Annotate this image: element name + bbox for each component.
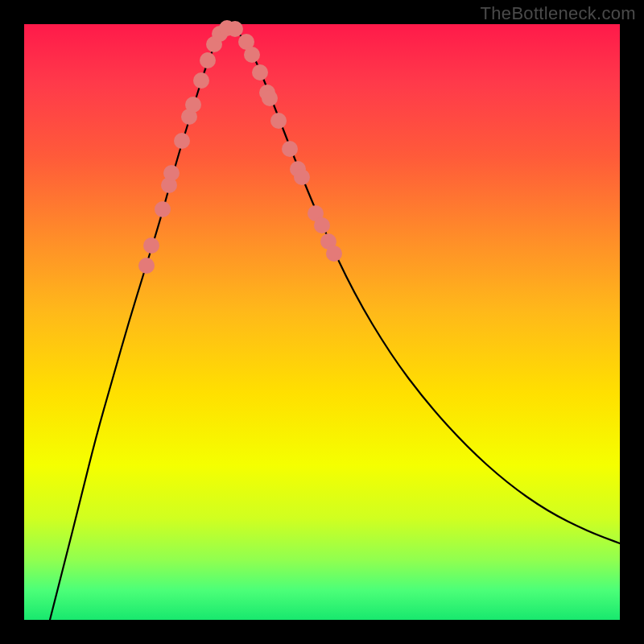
bottleneck-curve [50,28,620,620]
data-marker [227,21,243,37]
data-marker [244,47,260,63]
watermark-text: TheBottleneck.com [481,3,636,24]
chart-svg [24,24,620,620]
data-marker [143,237,159,254]
plot-area [24,24,620,620]
marker-layer [138,20,342,274]
data-marker [262,90,278,106]
data-marker [282,141,298,157]
data-marker [270,113,287,129]
data-marker [138,258,155,274]
data-marker [174,133,190,149]
data-marker [185,97,201,113]
data-marker [314,217,330,233]
data-marker [252,64,268,80]
data-marker [193,72,209,89]
data-marker [200,52,216,68]
data-marker [155,201,171,217]
data-marker [326,246,342,262]
data-marker [163,165,180,181]
data-marker [294,169,310,185]
chart-frame: TheBottleneck.com [0,0,644,644]
